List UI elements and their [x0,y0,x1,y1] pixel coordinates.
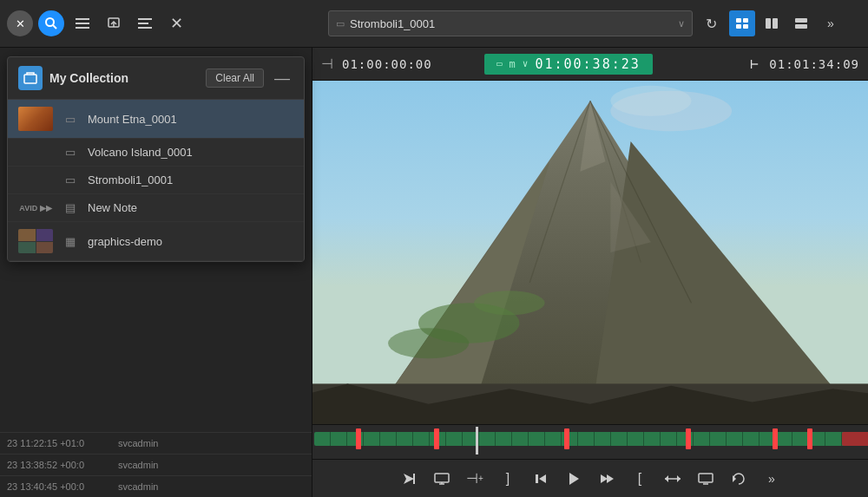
collapse-button[interactable]: — [271,69,293,88]
timecode-display: ▭ m ∨ 01:00:38:23 [484,54,653,75]
timeline-marker-4 [686,428,691,449]
activity-item-2: 23 13:38:52 +00:0 svcadmin [0,454,312,475]
timecode-out: ⊢ 01:01:34:09 [750,56,859,72]
svg-rect-48 [699,474,713,482]
svg-line-1 [53,25,56,29]
svg-point-0 [46,18,54,26]
svg-rect-2 [76,18,89,20]
svg-marker-42 [569,473,579,485]
collection-item-label-1: Mount Etna_0001 [88,113,177,126]
activity-time-1: 23 11:22:15 +01:0 [7,438,111,448]
note-icon: ▤ [62,201,79,214]
clip-name: Stromboli1_0001 [350,17,435,30]
collection-title: My Collection [49,71,199,85]
collection-item-mount-etna[interactable]: ▭ Mount Etna_0001 [8,100,304,139]
view-icon-2[interactable] [759,10,785,36]
monitor-icon: ▭ [336,18,345,29]
search-button[interactable] [38,10,64,36]
timeline-marker-6 [807,428,812,449]
svg-point-21 [610,86,691,116]
timecode-mode: m [510,58,517,70]
clip-selector[interactable]: ▭ Stromboli1_0001 ∨ [328,10,693,36]
volcano-video [312,81,868,424]
svg-rect-13 [743,24,748,29]
svg-rect-16 [795,18,807,23]
collection-item-volcano-island[interactable]: ▭ Volcano Island_0001 [8,139,304,167]
collection-item-label-5: graphics-demo [88,235,162,248]
timeline-marker-2 [434,428,439,449]
close-button[interactable]: ✕ [7,10,33,36]
collection-item-graphics-demo[interactable]: ▦ graphics-demo [8,222,304,261]
mode-arrow-icon: ∨ [523,58,530,69]
view-icons: » [729,10,844,36]
out-mark-icon: ⊢ [750,56,760,72]
collection-item-new-note[interactable]: AVID ▶▶ ▤ New Note [8,194,304,222]
activity-user-1: svcadmin [118,438,158,448]
right-panel: ⊣ 01:00:00:00 ▭ m ∨ 01:00:38:23 ⊢ 01:01:… [312,48,868,497]
collection-item-label-3: Stromboli1_0001 [88,173,173,186]
menu-icon[interactable] [132,10,158,36]
list-icon[interactable] [69,10,95,36]
svg-rect-37 [435,474,449,482]
collection-item-label-2: Volcano Island_0001 [88,146,193,159]
monitor-small-icon: ▭ [496,58,504,69]
clip-icon-2: ▭ [62,146,79,159]
more-options-icon[interactable]: » [818,10,844,36]
mark-in-button[interactable]: ⊣+ [462,466,488,492]
svg-rect-18 [24,75,36,83]
activity-user-2: svcadmin [118,460,158,470]
right-toolbar: ▭ Stromboli1_0001 ∨ ↻ [319,10,861,36]
monitor-button[interactable] [429,466,455,492]
svg-marker-47 [677,475,681,482]
mark-out-button[interactable]: ] [495,466,521,492]
video-area [312,81,868,424]
activity-item-1: 23 11:22:15 +01:0 svcadmin [0,432,312,454]
svg-marker-40 [539,474,546,483]
activity-time-3: 23 13:40:45 +00:0 [7,481,111,492]
dismiss-icon[interactable]: ✕ [163,10,189,36]
graphics-demo-thumbnail [18,229,53,253]
svg-rect-4 [76,27,89,29]
activity-item-3: 23 13:40:45 +00:0 svcadmin [0,475,312,497]
svg-marker-43 [601,474,608,483]
activity-user-3: svcadmin [118,481,158,492]
timecode-out-value: 01:01:34:09 [769,57,859,71]
mount-etna-thumbnail [18,107,53,131]
trim-button[interactable] [660,466,686,492]
collection-header: My Collection Clear All — [8,57,304,100]
refresh-button[interactable]: ↻ [698,10,724,36]
left-toolbar: ✕ [7,10,319,36]
view-icon-3[interactable] [788,10,814,36]
clear-all-button[interactable]: Clear All [206,69,264,88]
svg-rect-7 [138,18,152,20]
view-icon-1[interactable] [729,10,755,36]
play-button[interactable] [561,466,587,492]
more-transport-button[interactable]: » [759,466,785,492]
in-mark-icon: ⊣ [321,56,333,72]
timeline-track [314,432,866,446]
svg-point-27 [474,291,545,315]
main-content: My Collection Clear All — ▭ Mount Etna_0… [0,48,868,497]
collection-item-label-4: New Note [88,201,137,214]
timeline-area[interactable] [312,424,868,459]
collection-item-stromboli[interactable]: ▭ Stromboli1_0001 [8,167,304,194]
timeline-marker-3 [564,428,569,449]
send-to-button[interactable] [396,466,422,492]
timeline-marker-5 [773,428,778,449]
sync-button[interactable] [726,466,752,492]
svg-rect-11 [743,18,748,23]
svg-marker-35 [404,474,414,484]
step-back-button[interactable] [528,466,554,492]
svg-point-26 [388,328,469,358]
timecode-current: 01:00:38:23 [535,56,640,72]
svg-marker-44 [607,474,614,483]
timecode-bar: ⊣ 01:00:00:00 ▭ m ∨ 01:00:38:23 ⊢ 01:01:… [312,48,868,81]
fast-forward-button[interactable] [594,466,620,492]
dropdown-arrow-icon: ∨ [678,18,685,29]
bracket-button[interactable]: [ [627,466,653,492]
svg-rect-41 [536,474,538,483]
svg-rect-15 [773,18,778,29]
monitor2-button[interactable] [693,466,719,492]
svg-marker-46 [665,475,668,482]
export-icon[interactable] [101,10,127,36]
